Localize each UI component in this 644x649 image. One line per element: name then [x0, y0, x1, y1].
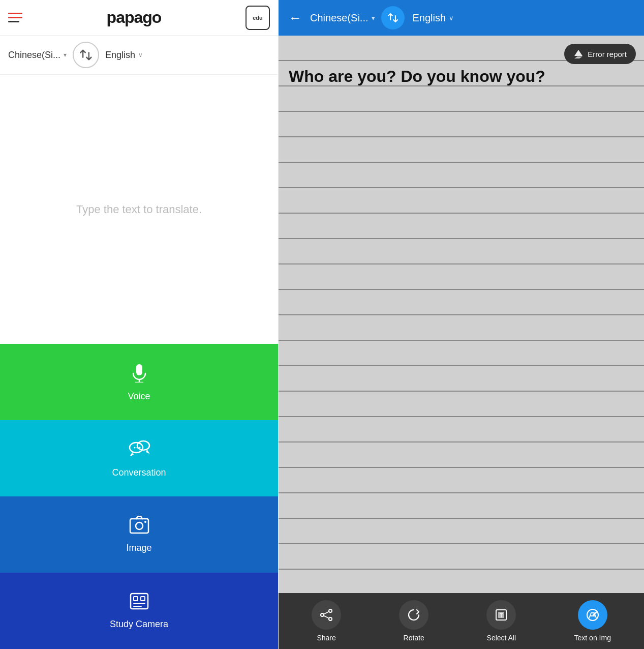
svg-line-20 — [324, 616, 329, 618]
left-header: papago edu — [0, 0, 278, 36]
image-mode-label: Image — [126, 543, 151, 553]
mode-buttons: Voice Conversation — [0, 344, 278, 649]
right-source-lang-chevron: ▾ — [372, 14, 375, 22]
menu-button[interactable] — [8, 13, 22, 22]
select-all-icon: T — [486, 600, 516, 630]
svg-rect-13 — [141, 597, 145, 601]
app-logo: papago — [107, 8, 162, 27]
target-lang-chevron: ∨ — [138, 51, 143, 58]
voice-mode-button[interactable]: Voice — [0, 344, 278, 420]
share-label: Share — [317, 634, 335, 642]
source-lang-chevron: ▾ — [64, 51, 67, 58]
svg-point-16 — [329, 609, 332, 612]
rotate-button[interactable]: Rotate — [399, 600, 428, 642]
text-on-img-label: Text on Img — [574, 634, 611, 642]
right-target-lang-chevron: ∨ — [449, 14, 454, 22]
rotate-icon — [399, 600, 428, 630]
svg-point-6 — [136, 447, 138, 449]
conversation-mode-button[interactable]: Conversation — [0, 420, 278, 496]
target-language-selector[interactable]: English ∨ — [105, 50, 143, 61]
error-report-button[interactable]: Error report — [564, 44, 636, 64]
conversation-mode-label: Conversation — [112, 467, 166, 478]
translation-input-area[interactable]: Type the text to translate. — [0, 75, 278, 344]
share-button[interactable]: Share — [312, 600, 341, 642]
source-language-selector[interactable]: Chinese(Si... ▾ — [8, 50, 67, 61]
svg-point-18 — [329, 617, 332, 621]
text-on-img-icon — [578, 600, 607, 630]
error-report-label: Error report — [588, 50, 627, 58]
voice-mode-label: Voice — [128, 391, 150, 402]
left-panel: papago edu Chinese(Si... ▾ English ∨ Typ… — [0, 0, 279, 649]
right-source-lang-label: Chinese(Si... — [310, 12, 369, 24]
svg-point-9 — [136, 522, 143, 529]
image-icon — [129, 516, 149, 539]
study-camera-mode-label: Study Camera — [110, 619, 168, 630]
right-source-language-selector[interactable]: Chinese(Si... ▾ — [310, 12, 375, 24]
language-bar: Chinese(Si... ▾ English ∨ — [0, 36, 278, 75]
svg-point-4 — [137, 441, 149, 450]
ocr-detected-text: Who are you? Do you know you? — [289, 66, 634, 87]
select-all-label: Select All — [487, 634, 516, 642]
bottom-toolbar: Share Rotate T Select All — [279, 593, 644, 649]
back-button[interactable]: ← — [287, 8, 304, 28]
target-language-label: English — [105, 50, 135, 61]
right-swap-button[interactable] — [381, 6, 405, 29]
svg-point-3 — [130, 442, 143, 453]
svg-point-7 — [139, 447, 140, 449]
select-all-button[interactable]: T Select All — [486, 600, 516, 642]
svg-point-10 — [144, 521, 146, 523]
svg-point-5 — [134, 447, 135, 449]
edu-button[interactable]: edu — [246, 6, 270, 30]
study-camera-mode-button[interactable]: Study Camera — [0, 573, 278, 649]
right-target-lang-label: English — [413, 12, 446, 24]
lined-paper-background — [279, 36, 644, 593]
study-camera-icon — [129, 592, 149, 615]
text-on-img-button[interactable]: Text on Img — [574, 600, 611, 642]
source-language-label: Chinese(Si... — [8, 50, 60, 61]
share-icon — [312, 600, 341, 630]
camera-view: Who are you? Do you know you? Error repo… — [279, 36, 644, 593]
svg-point-17 — [321, 613, 324, 616]
voice-icon — [129, 362, 149, 387]
svg-rect-0 — [136, 364, 142, 375]
rotate-label: Rotate — [404, 634, 424, 642]
input-placeholder: Type the text to translate. — [76, 203, 202, 216]
right-panel: ← Chinese(Si... ▾ English ∨ Who are you?… — [279, 0, 644, 649]
svg-text:T: T — [500, 613, 503, 618]
image-mode-button[interactable]: Image — [0, 496, 278, 573]
swap-languages-button[interactable] — [73, 42, 99, 68]
svg-rect-12 — [134, 597, 138, 601]
conversation-icon — [128, 438, 150, 463]
svg-line-19 — [324, 612, 329, 614]
right-header: ← Chinese(Si... ▾ English ∨ — [279, 0, 644, 36]
right-target-language-selector[interactable]: English ∨ — [413, 12, 454, 24]
